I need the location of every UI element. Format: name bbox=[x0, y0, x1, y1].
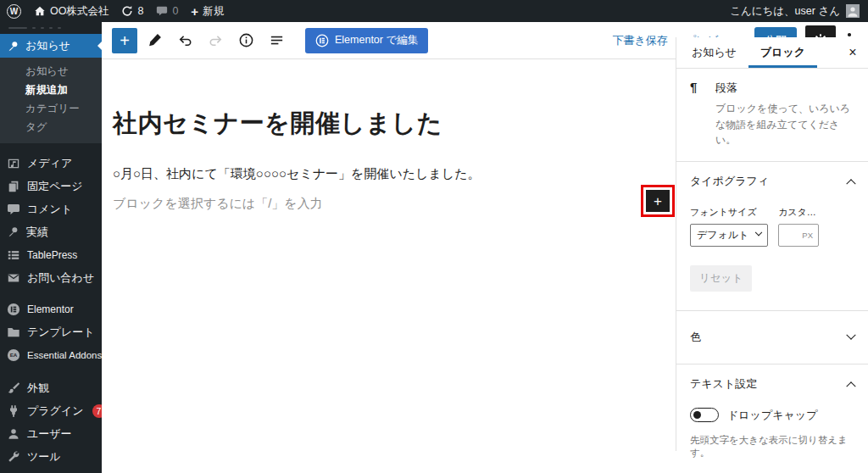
tab-document[interactable]: お知らせ bbox=[680, 37, 748, 68]
sidebar-item-pages[interactable]: 固定ページ bbox=[0, 175, 102, 198]
sidebar-item-appearance[interactable]: 外観 bbox=[0, 376, 102, 399]
text-settings-section: テキスト設定 ドロップキャップ 先頭文字を大きな表示に切り替えます。 bbox=[676, 364, 868, 473]
sidebar-item-templates[interactable]: テンプレート bbox=[0, 320, 102, 343]
brush-icon bbox=[7, 381, 20, 395]
sidebar-item-label: Elementor bbox=[27, 303, 74, 315]
pin-icon bbox=[7, 40, 19, 53]
home-icon bbox=[34, 5, 46, 17]
paragraph-block-icon: ¶ bbox=[690, 80, 705, 96]
edit-mode-button[interactable] bbox=[141, 27, 168, 54]
font-size-label: フォントサイズ bbox=[690, 206, 778, 219]
custom-size-label: カスタ… bbox=[778, 206, 816, 219]
reset-button[interactable]: リセット bbox=[690, 265, 752, 292]
sidebar-item-users[interactable]: ユーザー bbox=[0, 422, 102, 445]
new-content-link[interactable]: + 新規 bbox=[191, 4, 224, 19]
sidebar-partial-item bbox=[0, 468, 102, 473]
pin-icon bbox=[7, 225, 19, 238]
sidebar-item-label: 固定ページ bbox=[27, 179, 83, 194]
text-settings-header[interactable]: テキスト設定 bbox=[690, 376, 854, 392]
user-greeting[interactable]: こんにちは、user さん bbox=[730, 4, 840, 19]
admin-sidebar: お知らせ お知らせ 新規追加 カテゴリー タグ メディア 固定ページ コメント … bbox=[0, 22, 102, 473]
sidebar-item-tablepress[interactable]: TablePress bbox=[0, 243, 102, 266]
empty-block-placeholder[interactable]: ブロックを選択するには「/」を入力 bbox=[113, 196, 659, 212]
sidebar-item-label: メディア bbox=[27, 156, 72, 171]
sidebar-item-label: 実績 bbox=[26, 225, 48, 240]
sidebar-item-contact[interactable]: お問い合わせ bbox=[0, 266, 102, 289]
comments-bubble-icon bbox=[156, 5, 168, 17]
dropcap-description: 先頭文字を大きな表示に切り替えます。 bbox=[690, 434, 854, 459]
close-settings-button[interactable]: × bbox=[837, 37, 868, 68]
sidebar-item-label: プラグイン bbox=[27, 403, 84, 419]
dropcap-label: ドロップキャップ bbox=[727, 408, 817, 423]
site-name: OO株式会社 bbox=[50, 4, 108, 19]
avatar bbox=[846, 4, 860, 18]
settings-tabs: お知らせ ブロック × bbox=[676, 37, 868, 69]
new-label: 新規 bbox=[203, 4, 224, 19]
dropcap-toggle[interactable] bbox=[690, 408, 719, 422]
kebab-icon bbox=[848, 33, 851, 36]
font-size-value: デフォルト bbox=[697, 228, 748, 242]
updates-icon bbox=[121, 5, 133, 17]
color-section: 色 bbox=[676, 311, 868, 364]
redo-icon bbox=[208, 32, 224, 48]
custom-size-input[interactable]: px bbox=[778, 224, 819, 247]
sidebar-partial-item bbox=[0, 22, 102, 34]
save-draft-button[interactable]: 下書き保存 bbox=[605, 28, 674, 53]
wrench-icon bbox=[7, 450, 20, 464]
submenu-item-tags[interactable]: タグ bbox=[0, 118, 102, 136]
wordpress-editor-screen: W OO株式会社 8 0 + 新規 こんにちは、user さん bbox=[0, 0, 868, 473]
redo-button[interactable] bbox=[202, 27, 229, 54]
essential-addons-icon: EA bbox=[7, 348, 20, 362]
editor-canvas: 社内セミナーを開催しました ○月○日、社内にて「環境○○○○セミナー」を開催いた… bbox=[102, 59, 676, 473]
chevron-up-icon bbox=[846, 179, 855, 188]
paragraph-block[interactable]: ○月○日、社内にて「環境○○○○セミナー」を開催いたしました。 bbox=[113, 166, 659, 182]
chevron-up-icon bbox=[846, 381, 855, 391]
details-button[interactable] bbox=[232, 27, 259, 54]
submenu-item-categories[interactable]: カテゴリー bbox=[0, 99, 102, 118]
unit-label: px bbox=[802, 231, 813, 240]
info-icon bbox=[238, 32, 254, 48]
submenu-item-news-list[interactable]: お知らせ bbox=[0, 62, 102, 81]
site-link[interactable]: OO株式会社 bbox=[34, 4, 108, 19]
comment-icon bbox=[7, 203, 20, 216]
wordpress-logo-icon: W bbox=[7, 4, 21, 19]
comments-link[interactable]: 0 bbox=[156, 5, 178, 17]
updates-link[interactable]: 8 bbox=[121, 5, 143, 17]
toggle-knob bbox=[693, 411, 701, 419]
sidebar-item-plugins[interactable]: プラグイン 7 bbox=[0, 399, 102, 422]
envelope-icon bbox=[7, 271, 20, 285]
list-view-icon bbox=[269, 32, 285, 48]
sidebar-item-tools[interactable]: ツール bbox=[0, 445, 102, 468]
sidebar-item-achievements[interactable]: 実績 bbox=[0, 220, 102, 243]
sidebar-item-label: 外観 bbox=[27, 381, 49, 396]
sidebar-item-elementor[interactable]: Elementor bbox=[0, 298, 102, 320]
sidebar-item-essential-addons[interactable]: EA Essential Addons bbox=[0, 343, 102, 366]
undo-button[interactable] bbox=[171, 27, 198, 54]
sidebar-item-label: Essential Addons bbox=[27, 350, 102, 360]
typography-header[interactable]: タイポグラフィ bbox=[690, 174, 854, 189]
table-icon bbox=[7, 248, 20, 262]
elementor-button-label: Elementor で編集 bbox=[335, 33, 418, 47]
submenu-item-add-new[interactable]: 新規追加 bbox=[0, 81, 102, 99]
update-count: 8 bbox=[137, 5, 143, 17]
list-view-button[interactable] bbox=[263, 27, 290, 54]
red-annotation-box: + bbox=[641, 185, 675, 217]
sidebar-item-label: テンプレート bbox=[27, 325, 95, 340]
block-appender-button[interactable]: + bbox=[646, 190, 670, 212]
folder-icon bbox=[7, 326, 20, 339]
color-header[interactable]: 色 bbox=[690, 323, 854, 352]
comment-count: 0 bbox=[172, 5, 178, 17]
tab-block[interactable]: ブロック bbox=[748, 37, 817, 68]
sidebar-item-media[interactable]: メディア bbox=[0, 152, 102, 175]
wordpress-menu[interactable]: W bbox=[7, 4, 21, 19]
font-size-select[interactable]: デフォルト bbox=[690, 224, 768, 247]
post-title[interactable]: 社内セミナーを開催しました bbox=[113, 107, 659, 141]
sidebar-item-news[interactable]: お知らせ bbox=[0, 34, 102, 58]
edit-with-elementor-button[interactable]: Elementor で編集 bbox=[305, 28, 428, 53]
sidebar-item-label: ツール bbox=[27, 449, 61, 465]
block-name: 段落 bbox=[715, 80, 737, 96]
sidebar-item-comments[interactable]: コメント bbox=[0, 198, 102, 220]
block-inserter-button[interactable]: + bbox=[112, 28, 137, 53]
block-info-card: ¶ 段落 ブロックを使って、いろいろな物語を組み立ててください。 bbox=[676, 69, 868, 162]
news-submenu: お知らせ 新規追加 カテゴリー タグ bbox=[0, 58, 102, 143]
